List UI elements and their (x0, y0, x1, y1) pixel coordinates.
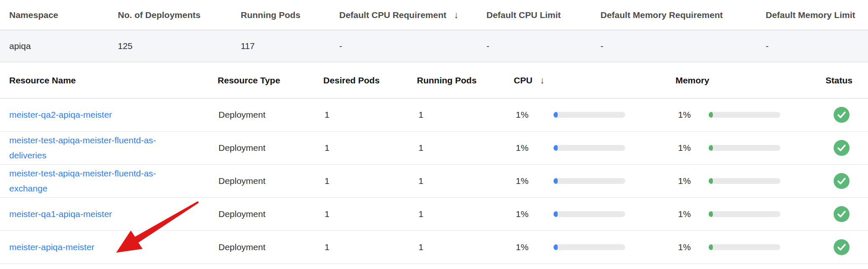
cpu-usage-bar (554, 145, 674, 151)
resource-type-cell: Deployment (218, 110, 325, 120)
cpu-percent-cell: 1% (516, 242, 554, 252)
column-header-desired-pods[interactable]: Desired Pods (323, 75, 417, 85)
cpu-requirement-cell: - (339, 41, 486, 51)
column-header-memory-limit[interactable]: Default Memory Limit (766, 10, 868, 20)
status-healthy-icon (834, 206, 850, 222)
desired-pods-cell: 1 (325, 143, 418, 153)
cpu-percent-cell: 1% (516, 176, 554, 186)
cpu-usage-bar (554, 211, 674, 217)
sort-descending-icon[interactable]: ↓ (540, 75, 545, 86)
resource-type-cell: Deployment (218, 242, 325, 252)
resource-row: meister-qa2-apiqa-meister Deployment 1 1… (0, 98, 868, 132)
namespace-resources-page: Namespace No. of Deployments Running Pod… (0, 0, 868, 269)
namespace-row-apiqa[interactable]: apiqa 125 117 - - - - (0, 30, 868, 62)
sort-descending-icon[interactable]: ↓ (454, 10, 459, 21)
memory-percent-cell: 1% (674, 110, 709, 120)
cpu-usage-bar (554, 178, 674, 184)
resources-table-header: Resource Name Resource Type Desired Pods… (0, 62, 868, 98)
status-healthy-icon (834, 173, 850, 189)
resource-link[interactable]: meister-qa2-apiqa-meister (9, 107, 112, 122)
resources-table: Resource Name Resource Type Desired Pods… (0, 62, 868, 264)
desired-pods-cell: 1 (325, 242, 418, 252)
column-header-cpu-requirement[interactable]: Default CPU Requirement ↓ (339, 10, 486, 21)
column-header-cpu-label: CPU (514, 75, 532, 85)
memory-percent-cell: 1% (674, 242, 709, 252)
memory-usage-bar (709, 244, 829, 250)
resource-link[interactable]: meister-test-apiqa-meister-fluentd-as-de… (9, 133, 172, 163)
resource-row: meister-test-apiqa-meister-fluentd-as-ex… (0, 165, 868, 198)
resource-row-annotated: meister-apiqa-meister Deployment 1 1 1% … (0, 231, 868, 264)
status-healthy-icon (834, 140, 850, 156)
resource-type-cell: Deployment (218, 209, 325, 219)
cpu-limit-cell: - (486, 41, 600, 51)
status-cell (829, 140, 868, 156)
memory-requirement-cell: - (600, 41, 766, 51)
resource-type-cell: Deployment (218, 176, 325, 186)
running-pods-cell: 1 (418, 176, 516, 186)
cpu-usage-bar (554, 112, 674, 118)
desired-pods-cell: 1 (325, 176, 418, 186)
column-header-memory-requirement[interactable]: Default Memory Requirement (600, 10, 766, 20)
memory-usage-bar (709, 211, 829, 217)
column-header-resource-name[interactable]: Resource Name (9, 75, 218, 85)
column-header-resource-type[interactable]: Resource Type (218, 75, 323, 85)
desired-pods-cell: 1 (325, 209, 418, 219)
desired-pods-cell: 1 (325, 110, 418, 120)
memory-limit-cell: - (766, 41, 868, 51)
status-healthy-icon (834, 239, 850, 255)
status-cell (829, 173, 868, 189)
cpu-requirement-value: - (339, 41, 342, 51)
cpu-percent-cell: 1% (516, 110, 554, 120)
resource-link[interactable]: meister-qa1-apiqa-meister (9, 207, 112, 222)
cpu-percent-cell: 1% (516, 209, 554, 219)
running-pods-cell: 1 (418, 242, 516, 252)
resource-link[interactable]: meister-test-apiqa-meister-fluentd-as-ex… (9, 166, 172, 196)
running-pods-cell: 1 (418, 143, 516, 153)
column-header-cpu-limit[interactable]: Default CPU Limit (486, 10, 600, 20)
status-cell (829, 239, 868, 255)
namespace-table: Namespace No. of Deployments Running Pod… (0, 0, 868, 62)
column-header-namespace[interactable]: Namespace (9, 10, 118, 20)
resource-link[interactable]: meister-apiqa-meister (9, 240, 94, 255)
column-header-deployments[interactable]: No. of Deployments (118, 10, 241, 20)
memory-usage-bar (709, 145, 829, 151)
namespace-cell: apiqa (9, 41, 118, 51)
status-cell (829, 206, 868, 222)
status-healthy-icon (834, 107, 850, 123)
memory-percent-cell: 1% (674, 209, 709, 219)
cpu-usage-bar (554, 244, 674, 250)
status-cell (829, 107, 868, 123)
memory-percent-cell: 1% (674, 176, 709, 186)
running-pods-cell: 1 (418, 209, 516, 219)
memory-usage-bar (709, 178, 829, 184)
namespace-table-header: Namespace No. of Deployments Running Pod… (0, 0, 868, 30)
resource-row: meister-test-apiqa-meister-fluentd-as-de… (0, 132, 868, 165)
cpu-percent-cell: 1% (516, 143, 554, 153)
resource-type-cell: Deployment (218, 143, 325, 153)
column-header-running-pods[interactable]: Running Pods (417, 75, 514, 85)
memory-percent-cell: 1% (674, 143, 709, 153)
running-pods-count-cell: 117 (241, 41, 339, 51)
column-header-status[interactable]: Status (826, 75, 868, 85)
column-header-running-pods[interactable]: Running Pods (241, 10, 339, 20)
column-header-memory[interactable]: Memory (672, 75, 706, 85)
column-header-cpu[interactable]: CPU ↓ (514, 75, 551, 86)
resource-row: meister-qa1-apiqa-meister Deployment 1 1… (0, 198, 868, 231)
running-pods-cell: 1 (418, 110, 516, 120)
memory-usage-bar (709, 112, 829, 118)
column-header-cpu-requirement-label: Default CPU Requirement (339, 10, 447, 20)
deployments-count-cell: 125 (118, 41, 241, 51)
